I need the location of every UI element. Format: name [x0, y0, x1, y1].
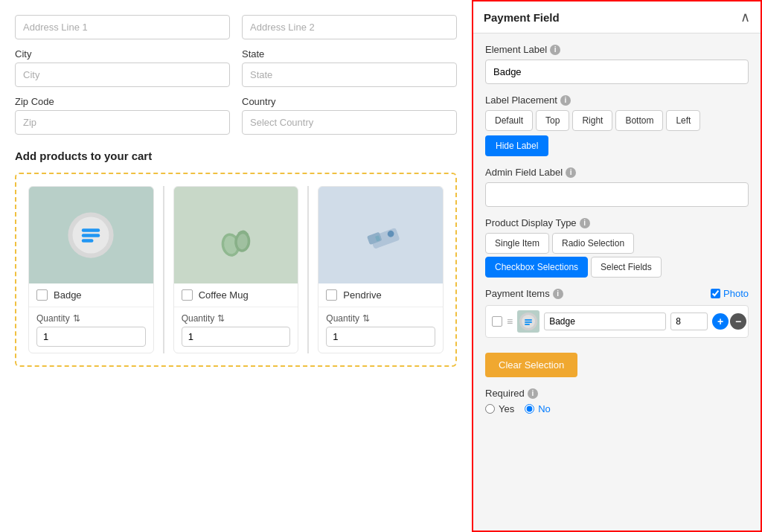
photo-label: Photo	[723, 288, 749, 299]
products-container: Badge Quantity ⇅	[15, 173, 457, 367]
photo-checkbox: Photo	[711, 288, 749, 299]
pendrive-checkbox[interactable]	[326, 289, 337, 301]
product-info-coffeemug: Coffee Mug	[174, 283, 298, 307]
radio-selection-btn[interactable]: Radio Selection	[552, 233, 634, 254]
divider-2	[307, 186, 309, 353]
coffeemug-checkbox[interactable]	[182, 289, 193, 301]
add-item-btn[interactable]: +	[712, 313, 729, 330]
product-image-coffeemug	[174, 187, 298, 283]
required-yes-option: Yes	[485, 403, 514, 414]
drag-icon: ≡	[507, 315, 513, 327]
state-input[interactable]	[242, 63, 457, 87]
product-display-type-group: Product Display Type i Single Item Radio…	[485, 217, 749, 278]
coffeemug-quantity-section: Quantity ⇅	[174, 307, 298, 353]
item-actions: + −	[712, 313, 746, 330]
collapse-icon[interactable]: ∧	[740, 9, 750, 25]
right-panel: Payment Field ∧ Element Label i Label Pl…	[472, 0, 762, 532]
label-placement-heading: Label Placement i	[485, 94, 749, 106]
required-yes-radio[interactable]	[485, 404, 495, 414]
quantity-sort-icon-2: ⇅	[217, 313, 225, 324]
required-info-icon: i	[528, 388, 538, 399]
payment-item-row: ≡ + −	[485, 305, 749, 338]
quantity-sort-icon: ⇅	[73, 313, 80, 324]
element-label-group: Element Label i	[485, 44, 749, 84]
svg-rect-15	[525, 319, 532, 321]
address-line-1-group	[15, 15, 230, 39]
product-info-badge: Badge	[29, 283, 153, 307]
city-input[interactable]	[15, 63, 230, 87]
product-image-pendrive	[318, 187, 443, 283]
placement-btn-group: Default Top Right Bottom Left	[485, 110, 749, 131]
product-info-pendrive: Pendrive	[318, 283, 443, 307]
required-options: Yes No	[485, 403, 749, 414]
item-thumb	[517, 310, 540, 333]
panel-header: Payment Field ∧	[473, 1, 761, 33]
country-label: Country	[242, 96, 457, 107]
svg-rect-3	[82, 234, 100, 237]
address-line-2-input[interactable]	[242, 15, 457, 39]
product-card-badge: Badge Quantity ⇅	[28, 186, 154, 353]
remove-item-btn[interactable]: −	[730, 313, 746, 330]
badge-quantity-input[interactable]	[36, 327, 146, 347]
zip-country-row: Zip Code Country	[15, 96, 457, 135]
element-label-heading: Element Label i	[485, 44, 749, 55]
country-select[interactable]	[242, 110, 457, 135]
coffeemug-quantity-label: Quantity ⇅	[182, 313, 291, 324]
zip-label: Zip Code	[15, 96, 230, 107]
city-state-row: City State	[15, 48, 457, 87]
placement-right-btn[interactable]: Right	[572, 110, 612, 131]
svg-rect-4	[82, 239, 94, 242]
payment-items-label: Payment Items i	[485, 288, 563, 299]
state-label: State	[242, 48, 457, 60]
product-card-pendrive: Pendrive Quantity ⇅	[318, 186, 444, 353]
item-checkbox[interactable]	[492, 316, 502, 327]
payment-items-info-icon: i	[553, 289, 563, 299]
clear-selection-btn[interactable]: Clear Selection	[485, 353, 577, 377]
placement-top-btn[interactable]: Top	[536, 110, 569, 131]
element-label-input[interactable]	[485, 60, 749, 84]
svg-rect-16	[525, 321, 532, 323]
pendrive-name: Pendrive	[343, 289, 381, 301]
admin-field-label-input[interactable]	[485, 182, 749, 207]
state-group: State	[242, 48, 457, 87]
coffeemug-name: Coffee Mug	[199, 289, 249, 301]
required-group: Required i Yes No	[485, 388, 749, 414]
svg-rect-17	[525, 324, 530, 325]
photo-checkbox-input[interactable]	[711, 289, 720, 298]
required-no-label: No	[538, 403, 551, 414]
zip-input[interactable]	[15, 110, 230, 135]
product-display-info-icon: i	[580, 218, 590, 228]
hide-label-btn[interactable]: Hide Label	[485, 135, 548, 156]
placement-default-btn[interactable]: Default	[485, 110, 533, 131]
product-image-badge	[29, 187, 153, 283]
element-label-info-icon: i	[550, 45, 560, 55]
label-placement-group: Label Placement i Default Top Right Bott…	[485, 94, 749, 156]
display-type-btn-group-2: Checkbox Selections Select Fields	[485, 257, 749, 278]
required-label: Required i	[485, 388, 749, 399]
badge-quantity-section: Quantity ⇅	[29, 307, 153, 353]
item-price-input[interactable]	[670, 313, 708, 330]
product-display-type-heading: Product Display Type i	[485, 217, 749, 228]
item-name-input[interactable]	[544, 313, 666, 330]
admin-field-label-group: Admin Field Label i	[485, 167, 749, 207]
zip-group: Zip Code	[15, 96, 230, 135]
product-card-coffeemug: Coffee Mug Quantity ⇅	[173, 186, 299, 353]
address-line-1-input[interactable]	[15, 15, 230, 39]
required-yes-label: Yes	[499, 403, 514, 414]
badge-quantity-label: Quantity ⇅	[36, 313, 146, 324]
country-group: Country	[242, 96, 457, 135]
placement-bottom-btn[interactable]: Bottom	[615, 110, 663, 131]
pendrive-quantity-label: Quantity ⇅	[326, 313, 435, 324]
pendrive-quantity-input[interactable]	[326, 327, 435, 347]
divider-1	[163, 186, 164, 353]
city-group: City	[15, 48, 230, 87]
coffeemug-quantity-input[interactable]	[182, 327, 291, 347]
placement-left-btn[interactable]: Left	[666, 110, 700, 131]
single-item-btn[interactable]: Single Item	[485, 233, 549, 254]
badge-checkbox[interactable]	[36, 289, 48, 301]
checkbox-selections-btn[interactable]: Checkbox Selections	[485, 257, 588, 278]
badge-name: Badge	[54, 289, 82, 301]
address-line-2-group	[242, 15, 457, 39]
required-no-radio[interactable]	[525, 404, 534, 414]
select-fields-btn[interactable]: Select Fields	[591, 257, 662, 278]
